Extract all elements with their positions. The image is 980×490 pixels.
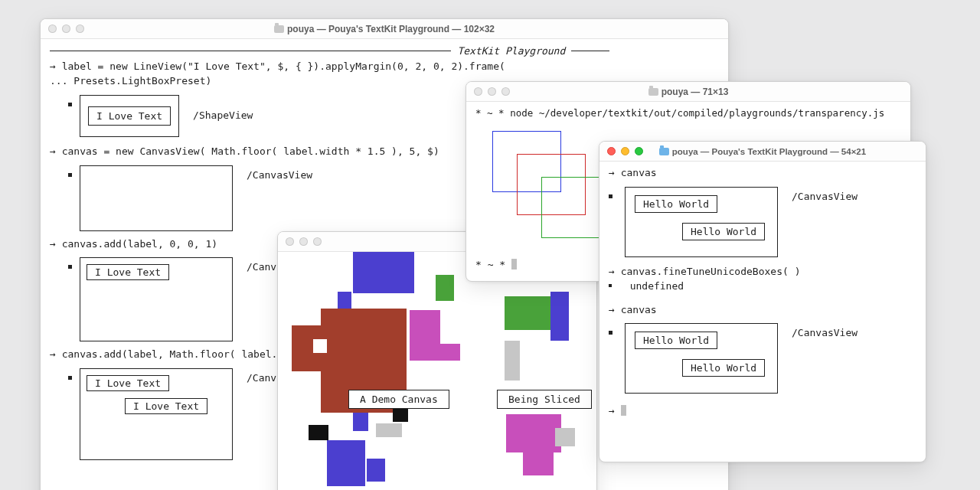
output-row: Hello World Hello World /CanvasView xyxy=(599,323,916,394)
canvas-output: A Demo Canvas Being Sliced xyxy=(278,252,596,490)
type-tag: /ShapeView xyxy=(193,109,253,123)
label-box: I Love Text xyxy=(88,106,171,126)
bullet-icon xyxy=(68,265,72,269)
demo-label: A Demo Canvas xyxy=(348,390,449,409)
traffic-lights[interactable] xyxy=(286,237,322,246)
folder-icon xyxy=(274,25,284,33)
bullet-icon xyxy=(68,376,72,380)
label-box: I Love Text xyxy=(87,375,169,391)
label-box: Hello World xyxy=(635,195,717,213)
canvasview-output: Hello World Hello World xyxy=(625,323,778,394)
folder-icon xyxy=(659,148,669,155)
shapeview-output: I Love Text xyxy=(80,95,179,137)
terminal-content[interactable]: → canvas Hello World Hello World /Canvas… xyxy=(599,162,926,428)
close-button[interactable] xyxy=(286,237,294,246)
label-box: I Love Text xyxy=(125,398,207,414)
bullet-icon xyxy=(609,194,612,198)
code-line: → canvas xyxy=(609,166,916,181)
type-tag: /CanvasView xyxy=(792,190,858,204)
canvasview-output: Hello World Hello World xyxy=(625,187,778,257)
banner: TextKit Playground xyxy=(50,45,719,57)
type-tag: /CanvasView xyxy=(247,168,312,183)
terminal-window-playground-small[interactable]: pouya — Pouya's TextKit Playground — 54×… xyxy=(599,141,926,462)
output-line: undefined xyxy=(609,279,916,294)
code-line: → canvas.fineTuneUnicodeBoxes( ) xyxy=(609,265,916,279)
zoom-button[interactable] xyxy=(313,237,322,246)
label-box: I Love Text xyxy=(87,264,169,280)
bullet-icon xyxy=(68,173,72,177)
label-box: Hello World xyxy=(635,332,717,349)
command-line: * ~ * node ~/developer/textkit/out/compi… xyxy=(475,106,901,120)
output-row: Hello World Hello World /CanvasView xyxy=(599,187,916,257)
window-title: pouya — Pouya's TextKit Playground — 102… xyxy=(41,24,728,34)
code-line: → canvas xyxy=(609,303,916,318)
titlebar[interactable]: pouya — Pouya's TextKit Playground — 102… xyxy=(41,19,728,39)
label-box: Hello World xyxy=(682,223,765,240)
bullet-icon xyxy=(609,331,612,335)
bullet-icon xyxy=(609,284,612,287)
cursor-icon xyxy=(621,405,626,416)
minimize-button[interactable] xyxy=(299,237,308,246)
bullet-icon xyxy=(68,103,72,106)
cursor-icon xyxy=(511,259,517,270)
code-line: → label = new LineView("I Love Text", $,… xyxy=(50,60,719,74)
titlebar[interactable]: pouya — Pouya's TextKit Playground — 54×… xyxy=(599,142,926,162)
canvasview-output: I Love Text xyxy=(80,257,233,341)
titlebar[interactable]: pouya — 71×13 xyxy=(466,82,910,102)
type-tag: /CanvasView xyxy=(792,326,858,341)
label-box: Hello World xyxy=(682,359,765,377)
folder-icon xyxy=(648,88,658,96)
demo-label: Being Sliced xyxy=(497,390,592,409)
prompt-line[interactable]: → xyxy=(609,404,916,419)
canvasview-output xyxy=(80,165,233,231)
window-title: pouya — 71×13 xyxy=(466,87,910,97)
canvasview-output: I Love Text I Love Text xyxy=(80,368,233,460)
window-title: pouya — Pouya's TextKit Playground — 54×… xyxy=(599,147,926,156)
